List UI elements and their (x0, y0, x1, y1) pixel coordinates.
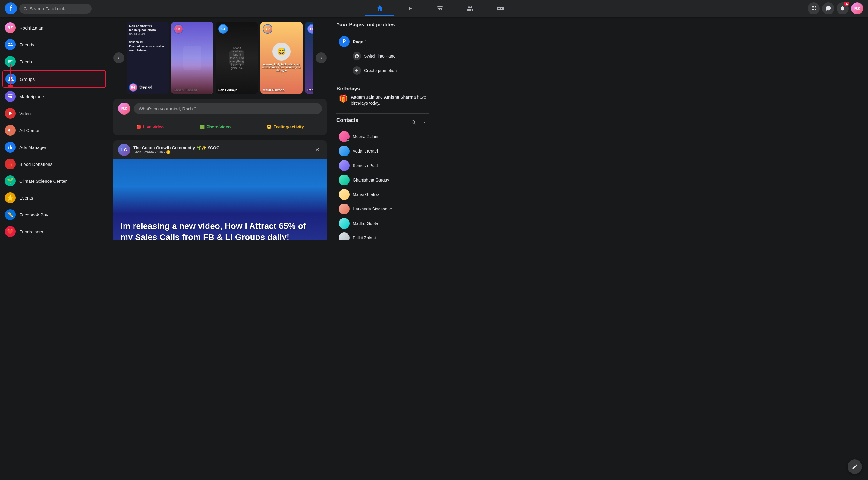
contact-ghanishtha-avatar (339, 175, 350, 185)
sidebar-item-profile[interactable]: RZ Rochi Zalani (2, 19, 106, 36)
post-header: LC The Coach Growth Community 🌱✨ #CGC Le… (113, 140, 327, 159)
contact-vedant-name: Vedant Khatri (352, 149, 378, 153)
sidebar-item-video[interactable]: Video (2, 105, 106, 122)
birthday-name2: Amisha Sharma (384, 95, 416, 99)
story-rochi[interactable]: Man behind thismasterpiece photoBOHUL JH… (127, 22, 169, 94)
events-sidebar-icon: ⭐ (5, 192, 16, 203)
stories-prev-button[interactable]: ‹ (113, 53, 124, 63)
sidebar-label-facebookpay: Facebook Pay (19, 212, 48, 217)
contacts-more-button[interactable]: ··· (420, 117, 429, 127)
story-pank-avatar: PK (307, 24, 313, 34)
contacts-icons: ··· (409, 117, 429, 127)
switch-into-page-button[interactable]: Switch into Page (350, 50, 429, 63)
contact-harshada[interactable]: Harshada Singasane (336, 202, 429, 216)
contact-madhu[interactable]: Madhu Gupta (336, 216, 429, 231)
post-subtitle: Leon Streete · 14h · 😊 (133, 150, 297, 154)
sidebar-item-facebookpay[interactable]: ✏️ Facebook Pay (2, 206, 106, 223)
birthday-and: and (375, 95, 384, 99)
contact-mansi-avatar (339, 189, 350, 200)
switch-page-icon (352, 52, 361, 60)
contact-mansi[interactable]: Mansi Ghatiya (336, 187, 429, 202)
contact-harshada-avatar (339, 204, 350, 214)
nav-video-button[interactable] (396, 1, 424, 16)
search-icon (23, 6, 27, 11)
live-video-button[interactable]: 🔴 Live video (131, 122, 168, 132)
composer-input[interactable]: What's on your mind, Rochi? (134, 103, 322, 114)
birthday-icon: 🎁 (339, 94, 348, 103)
sidebar-item-events[interactable]: ⭐ Events (2, 189, 106, 206)
birthday-item: 🎁 Aagam Jain and Amisha Sharma have birt… (336, 92, 429, 109)
contact-madhu-name: Madhu Gupta (352, 221, 378, 226)
post-actions-top: ··· ✕ (300, 145, 322, 155)
live-video-label: Live video (143, 124, 164, 129)
marketplace-sidebar-icon (5, 91, 16, 102)
story-ankit-overlay: AR Ankit Raizada (260, 22, 303, 94)
divider-2 (336, 113, 429, 114)
contact-harshada-name: Harshada Singasane (352, 207, 392, 211)
stories-wrapper: Man behind thismasterpiece photoBOHUL JH… (127, 22, 313, 94)
story-sonam-bg (171, 22, 213, 94)
photo-video-button[interactable]: 🟩 Photo/video (195, 122, 236, 132)
contact-madhu-avatar (339, 218, 350, 229)
nav-home-button[interactable] (365, 1, 394, 16)
fundraisers-sidebar-icon: ❤️ (5, 226, 16, 237)
sidebar-item-blooddonations[interactable]: 🩸 Blood Donations (2, 156, 106, 173)
story-pank-overlay: PK Pank (305, 22, 313, 94)
sidebar-item-adsmanager[interactable]: Ads Manager (2, 139, 106, 156)
story-sahil-overlay: SJ Sahil Juneja (216, 22, 258, 94)
nav-marketplace-button[interactable] (426, 1, 434, 16)
contacts-search-button[interactable] (409, 117, 418, 127)
video-icon (406, 5, 413, 12)
search-input[interactable] (30, 6, 88, 11)
composer-avatar: RZ (118, 102, 130, 115)
story-rochi-overlay: Man behind thismasterpiece photoBOHUL JH… (127, 22, 169, 94)
contact-somesh[interactable]: Somesh Poal (336, 158, 429, 173)
post-more-button[interactable]: ··· (300, 145, 310, 155)
sidebar-item-marketplace[interactable]: Marketplace (2, 88, 106, 105)
stories-next-button[interactable]: › (316, 53, 327, 63)
page-item[interactable]: P Page 1 (336, 34, 429, 50)
pages-more-button[interactable]: ··· (420, 22, 429, 31)
post-close-button[interactable]: ✕ (312, 145, 322, 155)
story-sonam[interactable]: SK Sonam Kapoor (171, 22, 213, 94)
feeling-button[interactable]: 😊 Feeling/activity (261, 122, 309, 132)
feeds-sidebar-icon (5, 56, 16, 67)
story-sahil[interactable]: I don't care how long it takes, I do eve… (216, 22, 258, 94)
sidebar-item-climate[interactable]: 🌱 Climate Science Center (2, 173, 106, 189)
contact-pulkit[interactable]: Pulkit Zalani (336, 231, 429, 240)
sidebar-label-adsmanager: Ads Manager (19, 145, 46, 150)
contact-meena[interactable]: Meena Zalani (336, 129, 429, 144)
post-cgc: LC The Coach Growth Community 🌱✨ #CGC Le… (113, 140, 327, 240)
birthday-text: Aagam Jain and Amisha Sharma have birthd… (351, 94, 427, 106)
right-panel: Your Pages and profiles ··· P Page 1 Swi… (332, 17, 434, 240)
switch-into-page-label: Switch into Page (364, 54, 396, 59)
story-rochi-text: Man behind thismasterpiece photoBOHUL JH… (129, 24, 166, 52)
divider-1 (336, 82, 429, 82)
sidebar-item-groups[interactable]: Groups (2, 70, 106, 88)
feeling-label: Feeling/activity (273, 124, 304, 129)
story-pank[interactable]: CoulA biM PK Pank (305, 22, 313, 94)
contact-ghanishtha[interactable]: Ghanishtha Gargav (336, 173, 429, 187)
facebook-logo[interactable]: f (5, 2, 17, 14)
create-promotion-button[interactable]: Create promotion (350, 64, 429, 77)
story-rochi-footer: RG रोचिका गर्ग (129, 83, 166, 92)
sidebar-label-feeds: Feeds (19, 59, 32, 64)
sidebar-item-fundraisers[interactable]: ❤️ Fundraisers (2, 223, 106, 240)
contacts-section: Contacts ··· Meena Zalani Vedant Khatri (336, 117, 429, 240)
contact-somesh-avatar (339, 160, 350, 171)
post-image-text: Im releasing a new video, How I Attract … (121, 221, 319, 240)
contact-vedant[interactable]: Vedant Khatri (336, 144, 429, 158)
create-promotion-icon (352, 66, 361, 75)
story-ankit[interactable]: 😅 How my body feels when I've missed mor… (260, 22, 303, 94)
birthdays-section-title: Birthdays (336, 86, 360, 92)
sidebar-item-friends[interactable]: Friends (2, 36, 106, 53)
search-bar[interactable] (19, 4, 92, 13)
feeling-icon: 😊 (267, 124, 272, 129)
sidebar-label-marketplace: Marketplace (19, 94, 44, 99)
live-video-icon: 🔴 (136, 124, 141, 129)
sidebar-label-adcenter: Ad Center (19, 128, 40, 133)
climate-sidebar-icon: 🌱 (5, 176, 16, 186)
contacts-header: Contacts ··· (336, 117, 429, 127)
sidebar-item-adcenter[interactable]: Ad Center (2, 122, 106, 139)
sidebar-item-feeds[interactable]: Feeds (2, 53, 106, 70)
